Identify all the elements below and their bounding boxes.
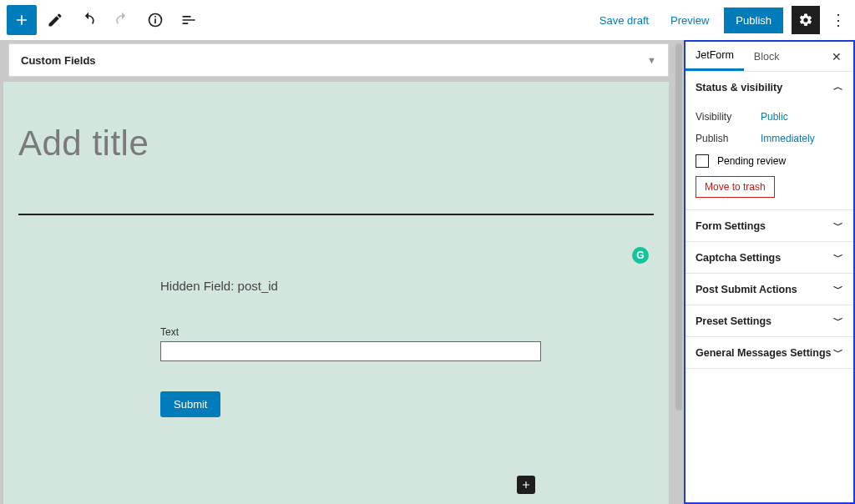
pending-review-label: Pending review: [717, 155, 786, 167]
publish-row: Publish Immediately: [696, 128, 843, 149]
custom-fields-label: Custom Fields: [21, 54, 96, 67]
more-menu-button[interactable]: ⋮: [828, 11, 848, 29]
grammarly-icon[interactable]: G: [632, 247, 649, 264]
custom-fields-bar[interactable]: Custom Fields ▼: [8, 43, 669, 77]
panel-captcha-settings-header[interactable]: Captcha Settings ﹀: [686, 242, 853, 273]
panel-status-visibility: Status & visibility ︿ Visibility Public …: [686, 72, 853, 210]
outline-icon[interactable]: [174, 5, 204, 35]
preview-button[interactable]: Preview: [664, 9, 716, 32]
tab-jetform[interactable]: JetForm: [686, 42, 744, 71]
panel-captcha-settings: Captcha Settings ﹀: [686, 242, 853, 274]
panel-post-submit-actions-header[interactable]: Post Submit Actions ﹀: [686, 274, 853, 305]
svg-rect-1: [154, 18, 156, 23]
chevron-down-icon: ﹀: [833, 282, 843, 296]
close-sidebar-button[interactable]: ✕: [825, 50, 848, 63]
panel-title: Preset Settings: [696, 315, 772, 327]
publish-value[interactable]: Immediately: [761, 133, 815, 144]
panel-title: Post Submit Actions: [696, 284, 797, 295]
scrollbar[interactable]: [675, 43, 682, 501]
chevron-up-icon: ︿: [833, 80, 843, 94]
text-field-input[interactable]: [160, 341, 541, 361]
visibility-row: Visibility Public: [696, 106, 843, 128]
chevron-down-icon: ﹀: [833, 250, 843, 265]
panel-form-settings: Form Settings ﹀: [686, 210, 853, 242]
panel-title: Form Settings: [696, 220, 766, 232]
tab-block[interactable]: Block: [744, 42, 790, 71]
undo-icon[interactable]: [73, 5, 104, 35]
panel-general-messages-settings: General Messages Settings ﹀: [686, 337, 853, 369]
toolbar-right: Save draft Preview Publish ⋮: [593, 6, 848, 34]
submit-button[interactable]: Submit: [160, 391, 220, 417]
panel-title: General Messages Settings: [696, 347, 832, 359]
title-input[interactable]: Add title: [18, 123, 654, 164]
text-field-label: Text: [160, 326, 553, 338]
editor-area: Custom Fields ▼ Add title G Hidden Field…: [0, 40, 684, 504]
settings-sidebar: JetForm Block ✕ Status & visibility ︿ Vi…: [684, 40, 855, 504]
editor-canvas: Add title G Hidden Field: post_id Text S…: [3, 82, 669, 504]
save-draft-button[interactable]: Save draft: [593, 9, 655, 32]
panel-preset-settings-header[interactable]: Preset Settings ﹀: [686, 305, 853, 336]
add-block-button[interactable]: [7, 5, 37, 35]
chevron-down-icon: ﹀: [833, 219, 843, 233]
hidden-field-block[interactable]: Hidden Field: post_id: [160, 279, 553, 293]
edit-icon[interactable]: [40, 5, 70, 35]
settings-button[interactable]: [792, 6, 820, 34]
panel-preset-settings: Preset Settings ﹀: [686, 305, 853, 337]
panel-post-submit-actions: Post Submit Actions ﹀: [686, 274, 853, 305]
chevron-down-icon: ﹀: [833, 314, 843, 328]
panel-status-visibility-header[interactable]: Status & visibility ︿: [686, 72, 853, 103]
svg-rect-2: [154, 16, 156, 18]
add-block-inline-button[interactable]: [517, 476, 535, 494]
toolbar-left: [7, 5, 204, 35]
visibility-value[interactable]: Public: [761, 111, 788, 123]
top-toolbar: Save draft Preview Publish ⋮: [0, 0, 855, 40]
chevron-down-icon: ▼: [647, 55, 656, 65]
panel-general-messages-settings-header[interactable]: General Messages Settings ﹀: [686, 337, 853, 368]
info-icon[interactable]: [140, 5, 170, 35]
sidebar-tabs: JetForm Block ✕: [686, 42, 853, 72]
move-to-trash-button[interactable]: Move to trash: [696, 176, 775, 198]
form-preview: Hidden Field: post_id Text Submit: [160, 279, 553, 417]
panel-status-body: Visibility Public Publish Immediately Pe…: [686, 103, 853, 209]
publish-button[interactable]: Publish: [724, 8, 783, 33]
divider: [18, 214, 654, 215]
panel-form-settings-header[interactable]: Form Settings ﹀: [686, 210, 853, 241]
visibility-label: Visibility: [696, 111, 761, 123]
panel-title: Captcha Settings: [696, 252, 781, 264]
redo-icon: [107, 5, 137, 35]
publish-label: Publish: [696, 133, 761, 144]
pending-review-row: Pending review: [696, 149, 843, 176]
chevron-down-icon: ﹀: [833, 345, 843, 360]
panel-title: Status & visibility: [696, 82, 782, 93]
pending-review-checkbox[interactable]: [696, 154, 709, 168]
scrollbar-thumb[interactable]: [675, 43, 682, 411]
